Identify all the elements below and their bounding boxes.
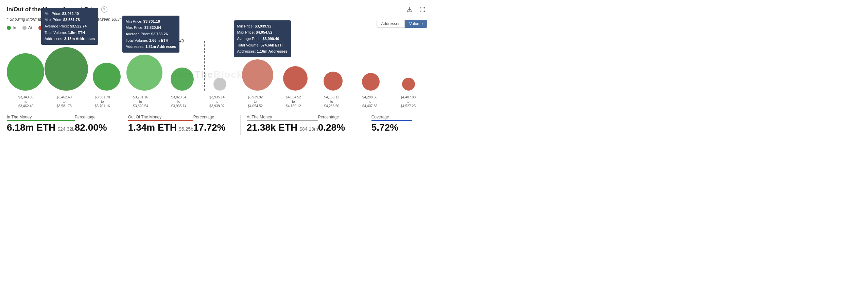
help-icon[interactable]: ?: [101, 6, 107, 13]
x-label-4: $3,820.54to$3,935.14: [160, 95, 198, 108]
bubbles-container: Min Price: $3,462.40 Max Price: $3,581.7…: [7, 46, 427, 91]
main-container: In/Out of the Money Around Price ? * Sho…: [0, 0, 434, 138]
x-label-3: $3,701.16to$3,820.54: [121, 95, 159, 108]
x-axis-labels: $3,343.03to$3,462.40 $3,462.40to$3,581.7…: [7, 95, 427, 108]
stat-in-pct-label: Percentage: [75, 115, 116, 121]
bubble-0: [7, 53, 44, 91]
stat-in-the-money: In The Money 6.18m ETH $24.32b: [7, 115, 75, 133]
stat-out-value: 1.34m ETH $5.25b: [128, 122, 193, 133]
stat-in-pct-value: 82.00%: [75, 122, 116, 133]
stat-coverage-value: 5.72%: [371, 122, 412, 133]
chart-area: Current Price: $3,935.49 IntoTheBlock Mi…: [7, 34, 427, 108]
legend-at-dot: [22, 26, 27, 30]
stat-out-pct-value: 17.72%: [193, 122, 234, 133]
stat-coverage-label: Coverage: [371, 115, 412, 121]
bubble-10: [402, 78, 415, 91]
stat-out-pct-label: Percentage: [193, 115, 234, 121]
stat-at-label: At The Money: [247, 115, 318, 121]
divider-1: [122, 115, 122, 135]
bubble-3: [126, 55, 162, 91]
bubble-col-7: [276, 66, 314, 91]
bubble-9: [362, 73, 380, 91]
x-label-0: $3,343.03to$3,462.40: [7, 95, 45, 108]
bubble-8: [324, 72, 343, 91]
stats-row: In The Money 6.18m ETH $24.32b Percentag…: [7, 111, 427, 135]
x-label-6: $3,939.92to$4,054.52: [236, 95, 274, 108]
x-label-10: $4,407.88to$4,527.25: [389, 95, 427, 108]
toggle-addresses-button[interactable]: Addresses: [377, 20, 405, 28]
download-icon[interactable]: [405, 5, 414, 14]
x-label-8: $4,169.12to$4,288.50: [313, 95, 351, 108]
legend-in-label: In: [13, 25, 16, 30]
stat-coverage: Coverage 5.72%: [371, 115, 412, 133]
stat-out-pct: Percentage 17.72%: [193, 115, 234, 133]
stat-in-pct: Percentage 82.00%: [75, 115, 116, 133]
bubble-5: [213, 78, 226, 91]
tooltip-3: Min Price: $3,701.16 Max Price: $3,820.5…: [122, 16, 179, 53]
bubble-col-3: Min Price: $3,701.16 Max Price: $3,820.5…: [126, 55, 163, 91]
x-label-9: $4,288.50to$4,407.88: [351, 95, 389, 108]
stat-at-pct: Percentage 0.28%: [318, 115, 359, 133]
divider-3: [365, 115, 365, 135]
bubble-col-5: [201, 78, 239, 91]
divider-2: [240, 115, 241, 135]
x-label-5: $3,935.14to$3,939.92: [198, 95, 236, 108]
bubble-col-2: [88, 63, 126, 91]
current-price-line: [204, 41, 205, 91]
stat-in-label: In The Money: [7, 115, 75, 121]
bubble-1: [45, 47, 88, 91]
bubble-col-8: [314, 72, 352, 91]
legend-at: At: [22, 25, 32, 30]
bubble-col-4: [163, 68, 201, 91]
toggle-group: Addresses Volume: [377, 20, 427, 28]
bubble-col-1: Min Price: $3,462.40 Max Price: $3,581.7…: [45, 47, 88, 91]
stat-at-sub: $84.13m: [299, 126, 318, 132]
expand-icon[interactable]: [418, 5, 427, 14]
bubble-7: [283, 66, 308, 91]
bubble-col-9: [352, 73, 389, 91]
x-label-1: $3,462.40to$3,581.78: [45, 95, 83, 108]
stat-out-sub: $5.25b: [179, 126, 193, 132]
stat-in-value: 6.18m ETH $24.32b: [7, 122, 75, 133]
bubble-col-0: [7, 53, 45, 91]
bubble-2: [93, 63, 121, 91]
tooltip-1: Min Price: $3,462.40 Max Price: $3,581.7…: [41, 8, 98, 45]
bubble-6: [242, 59, 273, 91]
legend-in-dot: [7, 26, 11, 30]
stat-out-label: Out Of The Money: [128, 115, 193, 121]
x-label-7: $4,054.52to$4,169.12: [274, 95, 312, 108]
header-right: [405, 5, 427, 14]
stat-out-the-money: Out Of The Money 1.34m ETH $5.25b: [128, 115, 193, 133]
bubble-4: [171, 68, 194, 91]
bubble-col-10: [389, 78, 427, 91]
stat-in-sub: $24.32b: [57, 126, 75, 132]
x-label-2: $3,581.78to$3,701.16: [83, 95, 121, 108]
stat-at-pct-value: 0.28%: [318, 122, 359, 133]
legend-in: In: [7, 25, 16, 30]
stat-at-value: 21.38k ETH $84.13m: [247, 122, 318, 133]
tooltip-6: Min Price: $3,939.92 Max Price: $4,054.5…: [234, 20, 291, 57]
bubble-col-6: Min Price: $3,939.92 Max Price: $4,054.5…: [239, 59, 277, 91]
toggle-volume-button[interactable]: Volume: [405, 20, 427, 28]
legend-at-label: At: [28, 25, 32, 30]
stat-at-the-money: At The Money 21.38k ETH $84.13m: [247, 115, 318, 133]
stat-at-pct-label: Percentage: [318, 115, 359, 121]
